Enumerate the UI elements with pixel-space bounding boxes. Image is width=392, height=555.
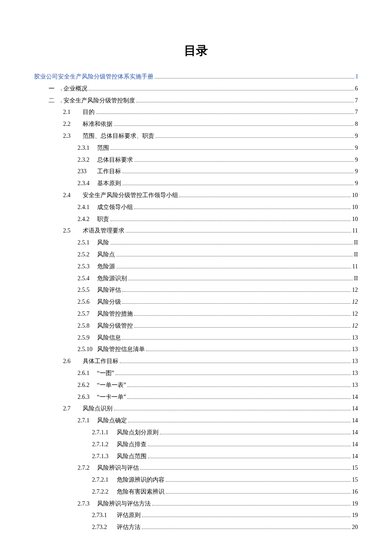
toc-leader-dots	[148, 458, 351, 458]
toc-entry-number: 2.7.3	[78, 499, 95, 509]
toc-entry-label: 233 工作目标	[78, 166, 121, 177]
toc-entry: 2.7.1.3 风险点范围14	[34, 451, 358, 462]
toc-entry-number: 2.5.1	[78, 238, 95, 248]
toc-entry: 2.5.5 风险评估12	[34, 285, 358, 295]
toc-entry-text: 风险点划分原则	[117, 429, 159, 436]
toc-entry-label: 2.4.1 成立领导小组	[78, 202, 133, 212]
toc-entry-label: 2.4 安全生产风险分级管控工作领导小组	[63, 190, 178, 200]
toc-leader-dots	[128, 280, 353, 280]
toc-entry-label: 2.5.2 风险点	[78, 250, 115, 260]
toc-entry-page: 7	[355, 96, 358, 106]
toc-entry-label: 2.5 术语及管理要求	[63, 226, 124, 236]
toc-leader-dots	[126, 232, 351, 232]
toc-entry-number: 2.7.2.2	[92, 487, 115, 497]
toc-entry-number: 2.7.2	[78, 463, 95, 473]
toc-leader-dots	[155, 78, 355, 78]
toc-entry-label: 一 . 企业概况	[49, 84, 87, 94]
toc-leader-dots	[116, 256, 353, 256]
toc-entry-number: 2.7.1.3	[92, 451, 115, 462]
toc-entry: 2.3.2 总体目标要求9	[34, 155, 358, 165]
toc-entry-page: 13	[352, 368, 358, 378]
toc-entry: 2.6.1 “一图”13	[34, 368, 358, 378]
toc-entry-text: 危险源识别	[97, 275, 127, 282]
toc-entry-text: “一单一表”	[97, 382, 126, 388]
toc-entry-number: 2.6	[63, 356, 81, 366]
toc-entry-number: 2.5.3	[78, 262, 95, 272]
toc-leader-dots	[179, 197, 351, 197]
toc-entry-text: 一 . 企业概况	[49, 85, 87, 92]
toc-entry-page: 15	[352, 463, 358, 473]
toc-entry-number: 2.3	[63, 131, 81, 141]
toc-entry-page: 12	[352, 309, 358, 319]
toc-leader-dots	[110, 221, 351, 221]
toc-entry-text: 总体目标要求	[97, 157, 133, 163]
toc-entry-number: 2.7.1	[78, 416, 95, 426]
toc-entry-text: 术语及管理要求	[83, 227, 124, 234]
toc-entry-page: 19	[352, 510, 358, 520]
toc-leader-dots	[110, 244, 353, 244]
toc-entry-page: 13	[352, 333, 358, 343]
toc-entry-number: 2.7.1.1	[92, 427, 115, 438]
toc-entry-text: 范围、总体目标要求、职责	[83, 133, 154, 139]
toc-entry-text: 危险源	[97, 263, 115, 270]
toc-leader-dots	[122, 339, 351, 340]
toc-entry-number: 2.6.2	[78, 380, 95, 390]
toc-entry-label: 2.73.2 评估方法	[92, 522, 141, 532]
toc-entry-label: 2.7.1.2 风险点排查	[92, 439, 147, 450]
toc-leader-dots	[142, 529, 351, 529]
toc-leader-dots	[128, 422, 351, 422]
toc-entry-text: 风险管控信息清单	[97, 346, 145, 352]
toc-entry-page: 9	[355, 178, 358, 189]
toc-entry: 2.7.3 风险辨识与评估方法19	[34, 499, 358, 509]
toc-entry-text: 具体工作目标	[83, 358, 118, 364]
toc-entry-page: 10	[352, 214, 358, 224]
toc-entry-page: 8	[355, 119, 358, 129]
toc-entry-number: 2.7.2.1	[92, 475, 115, 485]
toc-leader-dots	[134, 315, 351, 316]
toc-entry-label: 2.1 目的	[63, 107, 95, 117]
toc-leader-dots	[114, 410, 351, 410]
toc-entry: 2.6.2 “一单一表”13	[34, 380, 358, 390]
toc-entry-page: 14	[352, 416, 358, 426]
toc-entry-text: 风险辨识与评估	[97, 465, 139, 471]
toc-entry: 一 . 企业概况6	[34, 84, 358, 94]
toc-leader-dots	[110, 149, 354, 150]
toc-entry-number: 2.6.1	[78, 368, 95, 378]
toc-entry: 2.3.4 基本原则9	[34, 178, 358, 189]
toc-entry-label: 2.7 风险点识别	[63, 404, 112, 414]
toc-entry-text: 风险点识别	[83, 405, 112, 412]
toc-entry: 胶业公司安全生产风险分级管控体系实施手册I	[34, 72, 358, 82]
toc-leader-dots	[96, 113, 354, 114]
toc-entry-number: 2.5.5	[78, 285, 95, 295]
toc-entry-label: 2.5.4 危险源识别	[78, 273, 127, 284]
toc-entry-number: 2.1	[63, 107, 81, 117]
toc-entry-page: 13	[352, 380, 358, 390]
toc-entry-text: 安全生产风险分级管控工作领导小组	[83, 192, 178, 198]
toc-entry: 2.7.2.1 危险源辨识的内容15	[34, 475, 358, 485]
toc-entry-page: 14	[352, 427, 358, 438]
toc-entry-page: 9	[355, 155, 358, 165]
toc-leader-dots	[122, 291, 351, 292]
toc-entry-text: 二 . 安全生产风险分级管控制度	[49, 97, 135, 104]
toc-entry-text: 成立领导小组	[97, 204, 133, 210]
toc-entry-page: 14	[352, 392, 358, 402]
toc-entry-text: 风险分级管控	[97, 323, 133, 329]
toc-entry-text: 风险评估	[97, 287, 121, 293]
toc-entry-number: 2.4.1	[78, 202, 95, 212]
toc-entry-text: 工作目标	[97, 168, 121, 174]
toc-leader-dots	[140, 469, 351, 470]
toc-entry-page: II	[354, 273, 358, 284]
toc-entry-label: 2.5.10 风险管控信息清单	[78, 344, 145, 355]
toc-entry-text: 风险信息	[97, 334, 121, 341]
toc-entry-label: 二 . 安全生产风险分级管控制度	[49, 96, 135, 106]
toc-entry-label: 2.5.6 风险分级	[78, 297, 121, 307]
toc-entry-page: II	[354, 238, 358, 248]
toc-leader-dots	[122, 185, 354, 185]
toc-entry-page: 20	[352, 522, 358, 532]
toc-entry-page: I	[356, 72, 358, 82]
toc-entry: 2.1 目的7	[34, 107, 358, 117]
toc-entry-number: 2.6.3	[78, 392, 95, 402]
toc-entry-number: 2.7.1.2	[92, 439, 115, 450]
toc-entry-page: 12	[352, 321, 358, 331]
toc-leader-dots	[146, 351, 351, 351]
